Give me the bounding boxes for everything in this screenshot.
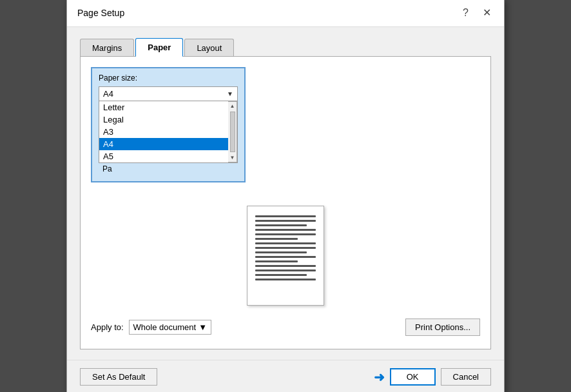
paper-size-dropdown: Letter Legal A3 A4 A5 ▲ ▼	[99, 101, 238, 163]
paper-size-label: Paper size:	[99, 74, 238, 83]
ok-button[interactable]: OK	[390, 368, 436, 386]
preview-line-13	[255, 270, 316, 271]
preview-line-9	[255, 251, 307, 253]
arrow-icon: ➜	[374, 369, 385, 385]
ok-area: ➜ OK Cancel	[374, 368, 491, 386]
preview-line-8	[255, 247, 316, 249]
dropdown-scroll-area: Letter Legal A3 A4 A5 ▲ ▼	[99, 101, 237, 162]
dropdown-item-legal[interactable]: Legal	[99, 113, 228, 126]
paper-partial-label: Pa	[99, 163, 238, 175]
paper-size-value: A4	[103, 89, 113, 99]
preview-line-2	[255, 220, 316, 222]
page-setup-dialog: Page Setup ? ✕ Margins Paper Layout Pape…	[66, 0, 505, 392]
apply-to-value: Whole document	[133, 322, 197, 332]
tabs: Margins Paper Layout	[80, 37, 491, 56]
dialog-footer: Set As Default ➜ OK Cancel	[67, 360, 504, 392]
preview-line-7	[255, 242, 316, 244]
preview-line-14	[255, 274, 307, 276]
dropdown-items: Letter Legal A3 A4 A5	[99, 101, 228, 162]
preview-line-11	[255, 260, 298, 262]
tab-margins[interactable]: Margins	[80, 39, 134, 57]
preview-line-10	[255, 256, 316, 258]
paper-size-section: Paper size: A4 ▼ Letter Legal A3 A4 A5	[91, 67, 246, 182]
scrollbar-thumb[interactable]	[230, 112, 235, 152]
help-button[interactable]: ?	[459, 6, 472, 20]
preview-line-6	[255, 238, 298, 240]
title-bar-controls: ? ✕	[459, 5, 494, 20]
dropdown-item-a3[interactable]: A3	[99, 126, 228, 138]
dropdown-item-a4[interactable]: A4	[99, 138, 228, 150]
dropdown-item-a5[interactable]: A5	[99, 150, 228, 162]
apply-dropdown-icon: ▼	[198, 322, 207, 332]
preview-line-15	[255, 279, 316, 280]
apply-row: Apply to: Whole document ▼ Print Options…	[91, 318, 480, 336]
set-as-default-button[interactable]: Set As Default	[80, 368, 157, 386]
page-preview	[247, 206, 324, 306]
preview-line-3	[255, 224, 307, 226]
print-options-button[interactable]: Print Options...	[405, 318, 480, 336]
paper-size-select[interactable]: A4 ▼	[99, 86, 238, 101]
scrollbar: ▲ ▼	[228, 101, 237, 162]
tab-layout[interactable]: Layout	[184, 39, 234, 57]
dropdown-arrow-icon: ▼	[227, 90, 233, 97]
dialog-title: Page Setup	[77, 8, 124, 18]
preview-line-1	[255, 215, 316, 217]
title-bar: Page Setup ? ✕	[67, 0, 504, 27]
dialog-body: Margins Paper Layout Paper size: A4 ▼	[67, 27, 504, 360]
apply-to-label: Apply to:	[91, 322, 124, 332]
scrollbar-up-button[interactable]: ▲	[228, 102, 237, 110]
preview-line-12	[255, 265, 316, 267]
close-button[interactable]: ✕	[480, 5, 494, 20]
preview-area	[91, 206, 480, 306]
tab-content: Paper size: A4 ▼ Letter Legal A3 A4 A5	[80, 56, 491, 349]
scrollbar-down-button[interactable]: ▼	[228, 153, 237, 162]
apply-to-select[interactable]: Whole document ▼	[129, 320, 211, 335]
cancel-button[interactable]: Cancel	[441, 368, 491, 386]
preview-line-4	[255, 229, 316, 231]
dropdown-item-letter[interactable]: Letter	[99, 101, 228, 113]
tab-paper[interactable]: Paper	[135, 38, 183, 57]
apply-left: Apply to: Whole document ▼	[91, 320, 211, 335]
preview-line-5	[255, 233, 316, 235]
